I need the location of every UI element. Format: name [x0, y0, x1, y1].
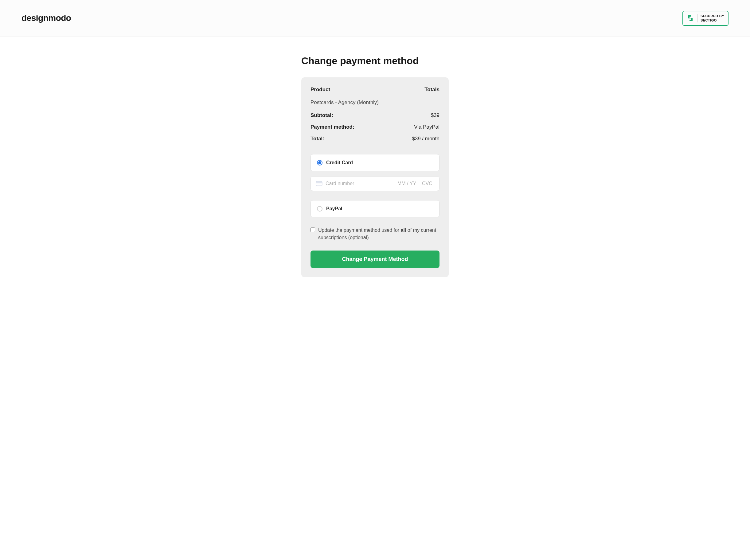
- total-row: Total: $39 / month: [311, 136, 439, 142]
- subtotal-value: $39: [431, 112, 439, 119]
- card-cvc-input[interactable]: [422, 181, 434, 186]
- svg-rect-1: [316, 182, 322, 183]
- update-all-label[interactable]: Update the payment method used for all o…: [318, 226, 439, 241]
- checkbox-bold: all: [401, 227, 406, 233]
- badge-line2: SECTIGO: [700, 18, 724, 22]
- totals-header: Totals: [425, 86, 439, 93]
- checkbox-prefix: Update the payment method used for: [318, 227, 401, 233]
- sectigo-badge: SECURED BY SECTIGO: [683, 11, 729, 26]
- radio-unselected-icon: [317, 206, 322, 212]
- sectigo-icon: [687, 15, 694, 22]
- svg-rect-0: [316, 181, 322, 185]
- product-name: Postcards - Agency (Monthly): [311, 99, 439, 106]
- logo[interactable]: designmodo: [21, 13, 71, 23]
- paypal-label: PayPal: [326, 206, 342, 212]
- subtotal-label: Subtotal:: [311, 112, 333, 119]
- total-label: Total:: [311, 136, 324, 142]
- payment-method-row: Payment method: Via PayPal: [311, 124, 439, 130]
- subtotal-row: Subtotal: $39: [311, 112, 439, 119]
- total-value: $39 / month: [412, 136, 439, 142]
- change-payment-method-button[interactable]: Change Payment Method: [311, 251, 439, 268]
- product-header: Product: [311, 86, 330, 93]
- payment-method-value: Via PayPal: [414, 124, 439, 130]
- card-icon: [316, 181, 322, 186]
- radio-selected-icon: [317, 160, 322, 165]
- main-content: Change payment method Product Totals Pos…: [295, 55, 455, 277]
- credit-card-option[interactable]: Credit Card: [311, 154, 439, 171]
- payment-options: Credit Card PayPal Update the payment me…: [311, 154, 439, 268]
- update-all-checkbox-row: Update the payment method used for all o…: [311, 226, 439, 241]
- update-all-checkbox[interactable]: [311, 227, 315, 232]
- divider: [697, 14, 697, 22]
- card-number-input[interactable]: [325, 181, 394, 186]
- card-expiry-input[interactable]: [397, 181, 419, 186]
- card-input-row: [311, 176, 439, 191]
- summary-header-row: Product Totals: [311, 86, 439, 93]
- payment-card: Product Totals Postcards - Agency (Month…: [301, 77, 449, 277]
- sectigo-text: SECURED BY SECTIGO: [700, 14, 724, 23]
- credit-card-label: Credit Card: [326, 160, 353, 165]
- page-title: Change payment method: [301, 55, 449, 67]
- header: designmodo SECURED BY SECTIGO: [0, 0, 750, 37]
- paypal-option[interactable]: PayPal: [311, 200, 439, 217]
- payment-method-label: Payment method:: [311, 124, 354, 130]
- badge-line1: SECURED BY: [700, 14, 724, 18]
